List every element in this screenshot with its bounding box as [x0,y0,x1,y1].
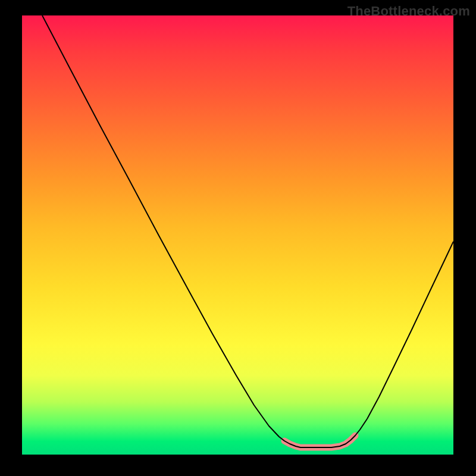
bottleneck-curve-path [42,15,453,447]
bottleneck-chart [22,15,453,455]
watermark-label: TheBottleneck.com [347,4,470,19]
chart-lines-svg [22,15,453,455]
